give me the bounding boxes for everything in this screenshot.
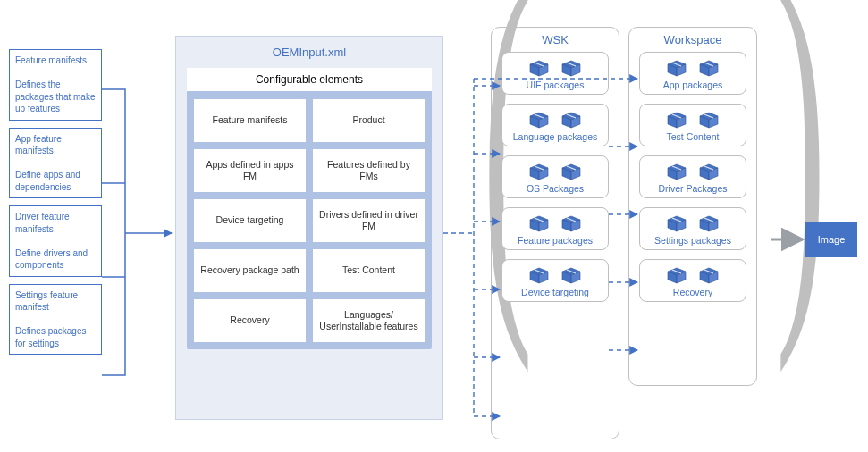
configurable-title: Configurable elements (187, 68, 432, 92)
package-icon (560, 162, 583, 181)
oeminput-panel: OEMInput.xml Configurable elements Featu… (175, 36, 443, 420)
ws-recovery: Recovery (639, 259, 746, 302)
manifest-title: Driver feature manifests (15, 212, 70, 234)
pkg-label: Device targeting (521, 287, 589, 297)
pkg-label: Feature packages (518, 235, 593, 246)
manifest-app: App feature manifests Define apps and de… (9, 128, 102, 199)
wsk-device-targeting: Device targeting (501, 259, 609, 302)
manifest-driver: Driver feature manifests Define drivers … (9, 205, 102, 277)
package-icon (697, 213, 721, 233)
wsk-feature-packages: Feature packages (501, 207, 609, 250)
manifest-desc: Define drivers and components (15, 248, 88, 271)
manifest-desc: Defines the packages that make up featur… (15, 80, 96, 113)
image-output: Image (805, 222, 857, 257)
manifest-title: Settings feature manifest (15, 290, 78, 313)
wsk-language-packages: Language packages (501, 104, 609, 146)
pkg-label: Recovery (673, 287, 712, 297)
manifest-title: App feature manifests (15, 134, 62, 156)
cell-recovery: Recovery (194, 299, 306, 342)
package-icon (527, 265, 551, 285)
package-icon (665, 58, 688, 78)
wsk-os-packages: OS Packages (501, 155, 609, 198)
wsk-uif-packages: UIF packages (501, 52, 609, 95)
manifest-title: Feature manifests (15, 55, 87, 65)
cell-recovery-path: Recovery package path (194, 249, 306, 292)
manifests-column: Feature manifests Defines the packages t… (9, 49, 102, 355)
pkg-label: App packages (663, 80, 723, 90)
package-icon (527, 213, 551, 233)
workspace-title: Workspace (638, 33, 747, 46)
ws-test-content: Test Content (639, 104, 746, 146)
cell-languages: Languages/ UserInstallable features (313, 299, 425, 342)
manifest-settings: Settings feature manifest Defines packag… (9, 284, 102, 356)
pkg-label: Test Content (667, 131, 720, 142)
package-icon (697, 162, 721, 181)
package-icon (560, 265, 583, 285)
ws-settings-packages: Settings packages (639, 207, 746, 250)
manifest-desc: Defines packages for settings (15, 326, 87, 348)
cell-features-fm: Features defined by FMs (313, 149, 425, 192)
ws-app-packages: App packages (639, 52, 746, 95)
configurable-elements: Configurable elements Feature manifests … (187, 68, 432, 349)
ws-driver-packages: Driver Packages (639, 155, 746, 198)
pkg-label: Language packages (513, 131, 598, 142)
pkg-label: Settings packages (654, 235, 731, 246)
cell-product: Product (313, 99, 425, 142)
package-icon (527, 162, 551, 181)
package-icon (560, 213, 583, 233)
package-icon (665, 162, 688, 181)
pkg-label: Driver Packages (658, 183, 727, 194)
pkg-label: UIF packages (527, 80, 585, 90)
config-grid: Feature manifests Product Apps defined i… (187, 99, 432, 342)
package-icon (560, 110, 583, 130)
wsk-title: WSK (501, 33, 610, 46)
wsk-panel: WSK UIF packages Language packages OS Pa… (491, 27, 619, 439)
package-icon (697, 58, 721, 78)
package-icon (665, 110, 688, 130)
workspace-panel: Workspace App packages Test Content Driv… (628, 27, 757, 386)
cell-apps-fm: Apps defined in apps FM (194, 149, 306, 192)
pkg-label: OS Packages (527, 183, 584, 194)
oeminput-title: OEMInput.xml (176, 37, 442, 64)
package-icon (527, 110, 551, 130)
cell-drivers-fm: Drivers defined in driver FM (313, 199, 425, 242)
paren-right-icon: ) (776, 0, 826, 350)
cell-device-targeting: Device targeting (194, 199, 306, 242)
manifest-feature: Feature manifests Defines the packages t… (9, 49, 102, 121)
cell-feature-manifests: Feature manifests (194, 99, 306, 142)
cell-test-content: Test Content (313, 249, 425, 292)
package-icon (527, 58, 551, 78)
package-icon (697, 110, 721, 130)
manifest-desc: Define apps and dependencies (15, 170, 80, 192)
package-icon (560, 58, 583, 78)
package-icon (665, 265, 688, 285)
package-icon (665, 213, 688, 233)
package-icon (697, 265, 721, 285)
